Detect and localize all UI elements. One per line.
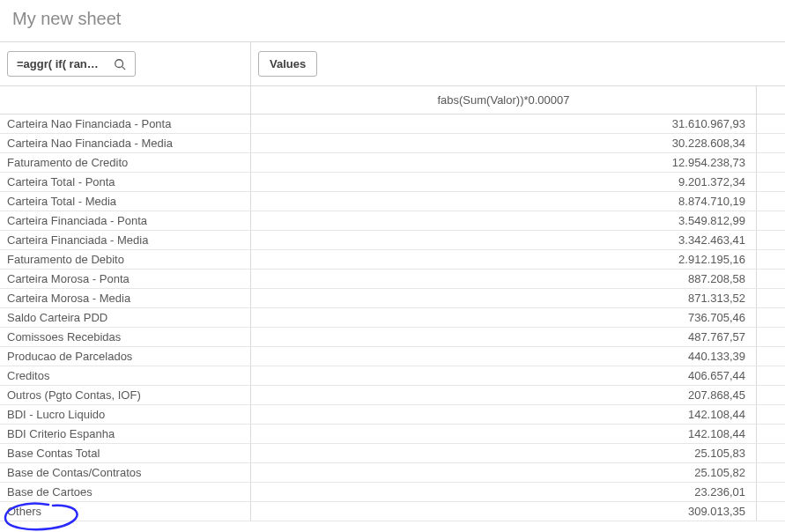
right-spacer	[757, 134, 785, 152]
dimension-cell[interactable]: Carteira Nao Financiada - Ponta	[0, 115, 251, 133]
value-cell[interactable]: 487.767,57	[251, 328, 757, 346]
dimension-cell[interactable]: Carteira Nao Financiada - Media	[0, 134, 251, 152]
right-spacer	[757, 405, 785, 424]
svg-point-0	[115, 59, 123, 67]
table-row[interactable]: Producao de Parcelados440.133,39	[0, 347, 785, 366]
table-row[interactable]: Carteira Nao Financiada - Media30.228.60…	[0, 134, 785, 153]
table-row[interactable]: Others309.013,35	[0, 502, 785, 521]
dimension-cell[interactable]: Producao de Parcelados	[0, 347, 251, 366]
value-cell[interactable]: 871.313,52	[251, 289, 757, 307]
value-cell[interactable]: 887.208,58	[251, 270, 757, 288]
dimension-cell[interactable]: Faturamento de Debito	[0, 250, 251, 269]
value-cell[interactable]: 25.105,82	[251, 463, 757, 482]
right-spacer	[757, 347, 785, 366]
right-spacer	[757, 270, 785, 288]
dimension-cell[interactable]: Carteira Morosa - Ponta	[0, 270, 251, 288]
right-spacer	[757, 308, 785, 327]
dimension-cell[interactable]: Base de Contas/Contratos	[0, 463, 251, 482]
table-row[interactable]: Carteira Morosa - Ponta887.208,58	[0, 270, 785, 289]
dimension-cell[interactable]: Carteira Total - Ponta	[0, 173, 251, 191]
table-body: Carteira Nao Financiada - Ponta31.610.96…	[0, 115, 785, 521]
value-cell[interactable]: 8.874.710,19	[251, 192, 757, 211]
table-row[interactable]: Carteira Morosa - Media871.313,52	[0, 289, 785, 308]
value-cell[interactable]: 23.236,01	[251, 483, 757, 501]
right-spacer	[757, 328, 785, 346]
table-row[interactable]: Base Contas Total25.105,83	[0, 444, 785, 463]
table-row[interactable]: Saldo Carteira PDD736.705,46	[0, 308, 785, 328]
value-cell[interactable]: 142.108,44	[251, 425, 757, 443]
right-spacer	[757, 463, 785, 482]
right-spacer	[757, 115, 785, 133]
right-spacer	[757, 250, 785, 269]
table-row[interactable]: Comissoes Recebidas487.767,57	[0, 328, 785, 347]
right-spacer	[757, 173, 785, 191]
value-cell[interactable]: 440.133,39	[251, 347, 757, 366]
table-row[interactable]: Faturamento de Debito2.912.195,16	[0, 250, 785, 270]
pivot-table: =aggr( if( rank(s... Values fabs(Sum(Val…	[0, 41, 785, 521]
right-spacer	[757, 231, 785, 249]
dimension-header-spacer	[0, 86, 251, 114]
table-row[interactable]: BDI - Lucro Liquido142.108,44	[0, 405, 785, 425]
value-cell[interactable]: 9.201.372,34	[251, 173, 757, 191]
table-row[interactable]: Faturamento de Credito12.954.238,73	[0, 153, 785, 173]
dimension-cell[interactable]: Base de Cartoes	[0, 483, 251, 501]
value-cell[interactable]: 30.228.608,34	[251, 134, 757, 152]
table-row[interactable]: Base de Cartoes23.236,01	[0, 483, 785, 502]
right-spacer	[757, 483, 785, 501]
value-cell[interactable]: 3.342.463,41	[251, 231, 757, 249]
dimension-selector[interactable]: =aggr( if( rank(s...	[7, 51, 136, 77]
table-row[interactable]: Creditos406.657,44	[0, 366, 785, 386]
dimension-cell[interactable]: BDI - Lucro Liquido	[0, 405, 251, 424]
table-row[interactable]: BDI Criterio Espanha142.108,44	[0, 425, 785, 444]
value-cell[interactable]: 736.705,46	[251, 308, 757, 327]
table-row[interactable]: Carteira Nao Financiada - Ponta31.610.96…	[0, 115, 785, 134]
table-row[interactable]: Carteira Financiada - Media3.342.463,41	[0, 231, 785, 250]
right-spacer	[757, 366, 785, 385]
value-cell[interactable]: 3.549.812,99	[251, 211, 757, 230]
right-spacer	[757, 211, 785, 230]
value-cell[interactable]: 25.105,83	[251, 444, 757, 462]
right-spacer	[757, 289, 785, 307]
table-header-row: =aggr( if( rank(s... Values	[0, 42, 785, 86]
dimension-cell[interactable]: Faturamento de Credito	[0, 153, 251, 172]
table-row[interactable]: Carteira Total - Media8.874.710,19	[0, 192, 785, 211]
dimension-cell[interactable]: Carteira Financiada - Ponta	[0, 211, 251, 230]
dimension-cell[interactable]: Base Contas Total	[0, 444, 251, 462]
value-cell[interactable]: 207.868,45	[251, 386, 757, 404]
value-cell[interactable]: 12.954.238,73	[251, 153, 757, 172]
values-button[interactable]: Values	[258, 51, 317, 77]
dimension-cell[interactable]: Carteira Total - Media	[0, 192, 251, 211]
right-spacer	[757, 192, 785, 211]
dimension-cell[interactable]: BDI Criterio Espanha	[0, 425, 251, 443]
dimension-cell[interactable]: Carteira Morosa - Media	[0, 289, 251, 307]
svg-line-1	[122, 66, 126, 70]
table-row[interactable]: Base de Contas/Contratos25.105,82	[0, 463, 785, 483]
value-cell[interactable]: 309.013,35	[251, 502, 757, 521]
right-spacer	[757, 425, 785, 443]
table-row[interactable]: Carteira Financiada - Ponta3.549.812,99	[0, 211, 785, 231]
dimension-cell[interactable]: Carteira Financiada - Media	[0, 231, 251, 249]
values-button-label: Values	[270, 57, 306, 70]
right-spacer	[757, 444, 785, 462]
table-row[interactable]: Carteira Total - Ponta9.201.372,34	[0, 173, 785, 192]
value-cell[interactable]: 406.657,44	[251, 366, 757, 385]
dimension-header-cell: =aggr( if( rank(s...	[0, 42, 251, 85]
dimension-selector-label: =aggr( if( rank(s...	[17, 57, 105, 70]
right-spacer	[757, 153, 785, 172]
sheet-title: My new sheet	[0, 0, 785, 41]
dimension-cell[interactable]: Creditos	[0, 366, 251, 385]
search-icon	[114, 58, 126, 70]
right-spacer	[757, 386, 785, 404]
value-cell[interactable]: 142.108,44	[251, 405, 757, 424]
dimension-cell[interactable]: Outros (Pgto Contas, IOF)	[0, 386, 251, 404]
values-header-cell: Values	[251, 42, 785, 85]
dimension-cell[interactable]: Others	[0, 502, 251, 521]
dimension-cell[interactable]: Comissoes Recebidas	[0, 328, 251, 346]
measure-header-row: fabs(Sum(Valor))*0.00007	[0, 86, 785, 115]
value-cell[interactable]: 31.610.967,93	[251, 115, 757, 133]
table-row[interactable]: Outros (Pgto Contas, IOF)207.868,45	[0, 386, 785, 405]
dimension-cell[interactable]: Saldo Carteira PDD	[0, 308, 251, 327]
value-cell[interactable]: 2.912.195,16	[251, 250, 757, 269]
right-spacer	[757, 86, 785, 114]
measure-header-label[interactable]: fabs(Sum(Valor))*0.00007	[251, 86, 757, 114]
